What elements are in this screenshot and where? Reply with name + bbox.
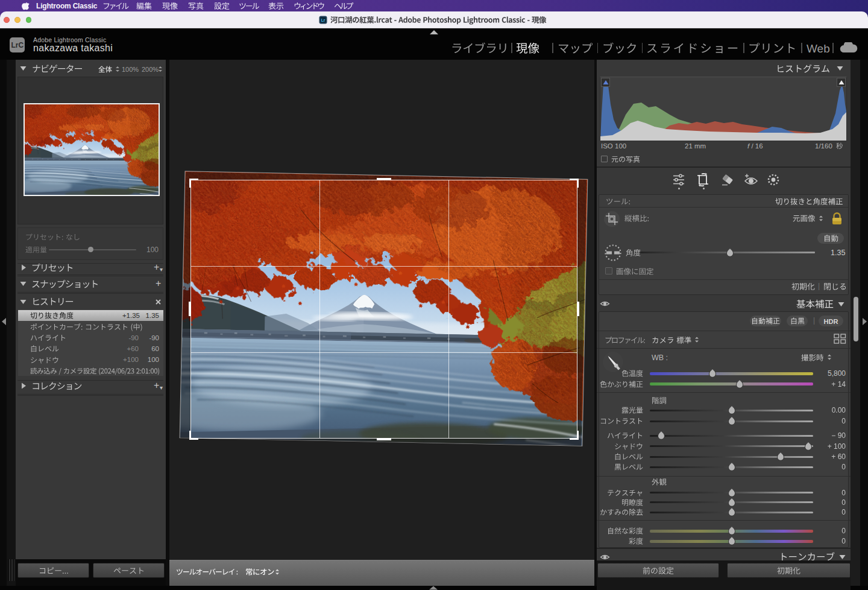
svg-text:Lr: Lr <box>321 18 326 22</box>
